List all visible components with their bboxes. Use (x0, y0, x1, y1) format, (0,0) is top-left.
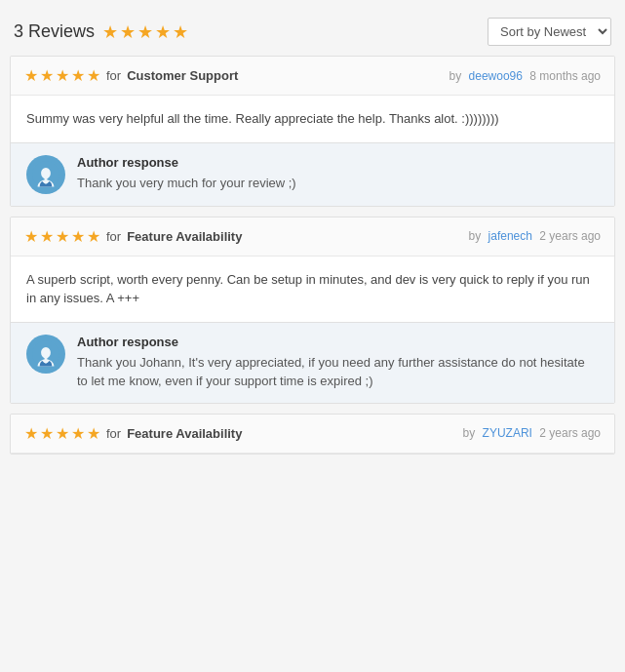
review-2-star-1: ★ (24, 227, 38, 246)
review-card-1: ★ ★ ★ ★ ★ for Customer Support by deewoo… (10, 56, 615, 207)
review-3-category: Feature Availability (127, 426, 242, 441)
review-3-author[interactable]: ZYUZARI (483, 426, 532, 440)
review-2-for-label: for (106, 229, 121, 244)
review-3-by: by (463, 426, 476, 440)
review-3-header-left: ★ ★ ★ ★ ★ for Feature Availability (24, 424, 242, 443)
review-3-time: 2 years ago (539, 426, 601, 440)
star-1: ★ (102, 21, 118, 43)
review-1-star-2: ★ (40, 66, 54, 85)
review-3-star-5: ★ (87, 424, 100, 443)
review-2-body: A superb script, worth every penny. Can … (11, 257, 614, 322)
review-2-avatar (26, 335, 65, 374)
avatar-icon-2 (32, 340, 59, 368)
review-3-star-3: ★ (56, 424, 69, 443)
review-1-response-content: Author response Thank you very much for … (77, 155, 599, 193)
review-1-author-response: Author response Thank you very much for … (11, 142, 614, 206)
review-1-meta: by deewoo96 8 months ago (449, 69, 601, 83)
review-2-text: A superb script, worth every penny. Can … (26, 272, 590, 306)
star-4: ★ (155, 21, 171, 43)
review-2-response-content: Author response Thank you Johann, It's v… (77, 335, 599, 391)
header-left: 3 Reviews ★ ★ ★ ★ ★ (14, 21, 188, 43)
review-card-3: ★ ★ ★ ★ ★ for Feature Availability by ZY… (10, 414, 615, 455)
review-2-time: 2 years ago (539, 229, 601, 243)
review-2-response-text: Thank you Johann, It's very appreciated,… (77, 353, 599, 391)
review-2-meta: by jafenech 2 years ago (469, 229, 601, 243)
review-1-body: Summy was very helpful all the time. Rea… (11, 96, 614, 142)
review-1-author[interactable]: deewoo96 (469, 69, 523, 83)
reviews-page: 3 Reviews ★ ★ ★ ★ ★ Sort by Newest Sort … (0, 0, 625, 474)
review-3-star-2: ★ (40, 424, 54, 443)
avatar-icon (32, 161, 59, 188)
review-3-for-label: for (106, 426, 121, 441)
review-2-response-title: Author response (77, 335, 599, 349)
review-2-header: ★ ★ ★ ★ ★ for Feature Availability by ja… (11, 217, 614, 257)
review-2-stars: ★ ★ ★ ★ ★ (24, 227, 100, 246)
review-2-by: by (469, 229, 482, 243)
review-3-meta: by ZYUZARI 2 years ago (463, 426, 601, 440)
review-2-author[interactable]: jafenech (488, 229, 532, 243)
review-1-response-text: Thank you very much for your review ;) (77, 174, 599, 193)
review-1-text: Summy was very helpful all the time. Rea… (26, 111, 499, 126)
star-2: ★ (120, 21, 136, 43)
review-card-2: ★ ★ ★ ★ ★ for Feature Availability by ja… (10, 217, 615, 404)
review-3-star-1: ★ (24, 424, 38, 443)
review-2-star-3: ★ (56, 227, 69, 246)
review-2-star-2: ★ (40, 227, 54, 246)
review-1-stars: ★ ★ ★ ★ ★ (24, 66, 100, 85)
review-3-stars: ★ ★ ★ ★ ★ (24, 424, 100, 443)
review-1-star-5: ★ (87, 66, 100, 85)
star-5: ★ (173, 21, 188, 43)
review-1-header-left: ★ ★ ★ ★ ★ for Customer Support (24, 66, 238, 85)
review-2-header-left: ★ ★ ★ ★ ★ for Feature Availability (24, 227, 242, 246)
reviews-title: 3 Reviews (14, 21, 95, 42)
review-2-star-5: ★ (87, 227, 100, 246)
review-1-for-label: for (106, 68, 121, 83)
review-2-category: Feature Availability (127, 229, 242, 244)
review-2-star-4: ★ (71, 227, 85, 246)
sort-select[interactable]: Sort by Newest Sort by Oldest Sort by Ra… (488, 18, 611, 46)
review-1-response-title: Author response (77, 155, 599, 170)
review-1-category: Customer Support (127, 68, 238, 83)
star-3: ★ (137, 21, 153, 43)
review-1-star-3: ★ (56, 66, 69, 85)
review-1-header: ★ ★ ★ ★ ★ for Customer Support by deewoo… (11, 57, 614, 96)
review-3-star-4: ★ (71, 424, 85, 443)
review-1-by: by (449, 69, 462, 83)
review-1-star-1: ★ (24, 66, 38, 85)
header-stars: ★ ★ ★ ★ ★ (102, 21, 188, 43)
review-1-avatar (26, 155, 65, 194)
review-1-star-4: ★ (71, 66, 85, 85)
reviews-header: 3 Reviews ★ ★ ★ ★ ★ Sort by Newest Sort … (0, 10, 625, 56)
review-3-header: ★ ★ ★ ★ ★ for Feature Availability by ZY… (11, 415, 614, 454)
review-1-time: 8 months ago (529, 69, 601, 83)
review-2-author-response: Author response Thank you Johann, It's v… (11, 322, 614, 403)
